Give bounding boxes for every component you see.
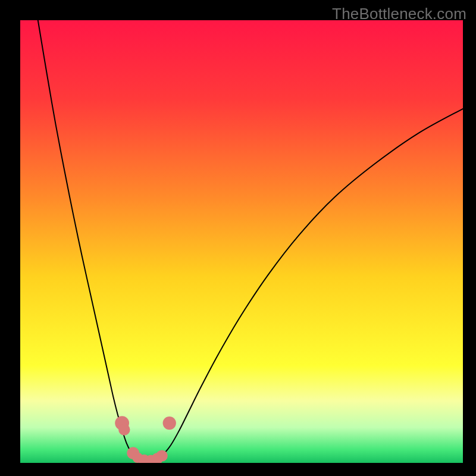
- marker-1: [118, 424, 130, 436]
- gradient-background: [20, 20, 463, 463]
- marker-8: [163, 416, 176, 430]
- chart-svg: [20, 20, 463, 463]
- outer-frame: TheBottleneck.com: [0, 0, 476, 476]
- plot-area: [20, 20, 463, 463]
- marker-7: [156, 450, 167, 461]
